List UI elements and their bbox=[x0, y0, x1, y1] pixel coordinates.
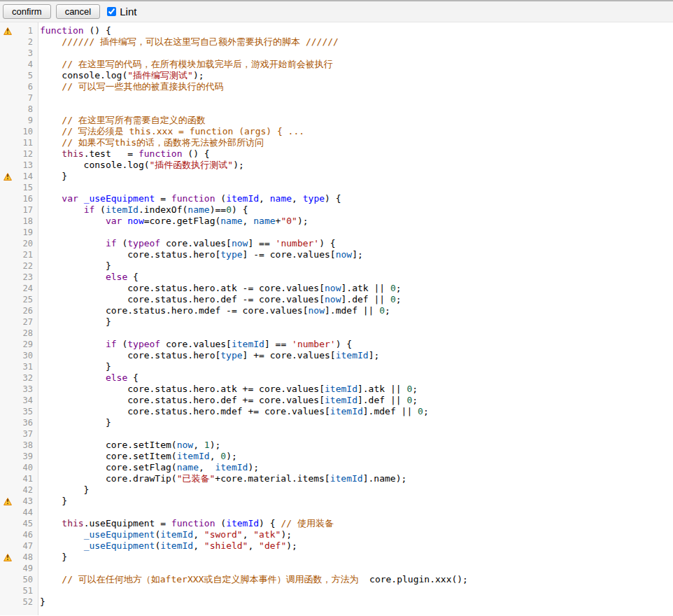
code-text: else { bbox=[38, 272, 139, 283]
warning-icon[interactable]: ! bbox=[0, 27, 15, 35]
gutter-cell: 19 bbox=[0, 227, 38, 238]
line-number: 38 bbox=[15, 440, 38, 451]
line-number: 13 bbox=[15, 160, 38, 171]
code-token: type bbox=[220, 350, 242, 360]
code-text: } bbox=[38, 260, 111, 272]
code-line[interactable]: 31 } bbox=[0, 361, 673, 372]
code-line[interactable]: 46 _useEquipment(itemId, "sword", "atk")… bbox=[0, 529, 673, 540]
code-token: { bbox=[127, 272, 139, 282]
svg-text:!: ! bbox=[6, 554, 9, 561]
code-token: function bbox=[40, 25, 84, 36]
gutter-cell: 38 bbox=[0, 440, 38, 451]
warning-icon[interactable]: ! bbox=[0, 173, 15, 181]
warning-icon[interactable]: ! bbox=[0, 498, 15, 505]
code-line[interactable]: 2 ////// 插件编写，可以在这里写自己额外需要执行的脚本 ////// bbox=[0, 36, 673, 48]
code-line[interactable]: 21 core.status.hero[type] -= core.values… bbox=[0, 249, 673, 260]
code-line[interactable]: 8 bbox=[0, 104, 673, 115]
code-token bbox=[40, 193, 62, 204]
code-line[interactable]: 49 bbox=[0, 563, 673, 574]
code-token: ); bbox=[193, 70, 204, 80]
code-line[interactable]: 28 bbox=[0, 328, 673, 339]
code-token: core.setFlag( bbox=[40, 462, 177, 472]
code-line[interactable]: 37 bbox=[0, 428, 673, 440]
warning-slot bbox=[0, 318, 15, 326]
warning-icon[interactable]: ! bbox=[0, 554, 15, 561]
code-token: "插件函数执行测试" bbox=[150, 160, 234, 170]
code-text: // 如果不写this的话，函数将无法被外部所访问 bbox=[38, 137, 264, 148]
code-line[interactable]: 11 // 如果不写this的话，函数将无法被外部所访问 bbox=[0, 137, 673, 148]
code-token: ) { bbox=[232, 204, 248, 215]
code-token: )== bbox=[210, 204, 226, 215]
lint-checkbox[interactable] bbox=[107, 7, 116, 16]
warning-slot bbox=[0, 430, 15, 438]
code-line[interactable]: 41 core.drawTip("已装备"+core.material.item… bbox=[0, 473, 673, 484]
warning-slot bbox=[0, 229, 15, 237]
code-token: this bbox=[62, 518, 83, 528]
code-line[interactable]: 12 this.test = function () { bbox=[0, 148, 673, 160]
code-token: name bbox=[270, 193, 292, 204]
warning-slot bbox=[0, 464, 15, 472]
code-line[interactable]: 19 bbox=[0, 227, 673, 238]
code-line[interactable]: 17 if (itemId.indexOf(name)==0) { bbox=[0, 204, 673, 216]
warning-slot bbox=[0, 61, 15, 69]
code-token: console.log( bbox=[40, 70, 127, 80]
code-line[interactable]: 30 core.status.hero[type] += core.values… bbox=[0, 350, 673, 361]
code-line[interactable]: 25 core.status.hero.def -= core.values[n… bbox=[0, 294, 673, 305]
line-number: 3 bbox=[15, 48, 38, 59]
code-text bbox=[38, 92, 40, 104]
line-number: 11 bbox=[15, 137, 38, 148]
code-line[interactable]: 34 core.status.hero.def += core.values[i… bbox=[0, 395, 673, 406]
code-token: function bbox=[171, 193, 215, 204]
code-line[interactable]: 45 this.useEquipment = function (itemId)… bbox=[0, 518, 673, 529]
line-number: 18 bbox=[15, 216, 38, 227]
code-line[interactable]: 44 bbox=[0, 507, 673, 518]
code-text: core.setItem(itemId, 0); bbox=[38, 451, 237, 462]
code-line[interactable]: 42 } bbox=[0, 484, 673, 496]
code-text: core.setItem(now, 1); bbox=[38, 440, 220, 451]
code-line[interactable]: 7 bbox=[0, 92, 673, 104]
code-line[interactable]: 29 if (typeof core.values[itemId] == 'nu… bbox=[0, 339, 673, 350]
code-line[interactable]: 52} bbox=[0, 596, 673, 608]
code-token: itemId bbox=[325, 384, 357, 394]
code-line[interactable]: 16 var _useEquipment = function (itemId,… bbox=[0, 193, 673, 204]
lint-toggle[interactable]: Lint bbox=[107, 6, 136, 18]
code-line[interactable]: 3 bbox=[0, 48, 673, 59]
code-token: typeof bbox=[127, 238, 160, 248]
code-line[interactable]: 20 if (typeof core.values[now] == 'numbe… bbox=[0, 238, 673, 249]
gutter-cell: 39 bbox=[0, 451, 38, 462]
code-line[interactable]: !48 } bbox=[0, 552, 673, 563]
code-token: ; bbox=[396, 294, 402, 304]
code-token: itemId bbox=[330, 406, 363, 416]
code-line[interactable]: 23 else { bbox=[0, 272, 673, 283]
code-line[interactable]: !43 } bbox=[0, 496, 673, 507]
code-line[interactable]: 51 bbox=[0, 585, 673, 596]
code-line[interactable]: 9 // 在这里写所有需要自定义的函数 bbox=[0, 115, 673, 126]
code-line[interactable]: 40 core.setFlag(name, itemId); bbox=[0, 462, 673, 473]
code-line[interactable]: 32 else { bbox=[0, 372, 673, 384]
code-text: // 可以写一些其他的被直接执行的代码 bbox=[38, 81, 224, 92]
code-line[interactable]: 15 bbox=[0, 182, 673, 193]
code-line[interactable]: 27 } bbox=[0, 316, 673, 328]
code-line[interactable]: 22 } bbox=[0, 260, 673, 272]
code-line[interactable]: 10 // 写法必须是 this.xxx = function (args) {… bbox=[0, 126, 673, 137]
code-line[interactable]: 5 console.log("插件编写测试"); bbox=[0, 70, 673, 81]
code-line[interactable]: 24 core.status.hero.atk -= core.values[n… bbox=[0, 283, 673, 294]
confirm-button[interactable]: confirm bbox=[3, 4, 51, 19]
code-line[interactable]: !14 } bbox=[0, 171, 673, 182]
warning-slot bbox=[0, 330, 15, 337]
code-line[interactable]: 39 core.setItem(itemId, 0); bbox=[0, 451, 673, 462]
code-line[interactable]: !1function () { bbox=[0, 25, 673, 36]
code-token: core.drawTip( bbox=[40, 473, 177, 484]
code-line[interactable]: 26 core.status.hero.mdef -= core.values[… bbox=[0, 305, 673, 316]
code-line[interactable]: 33 core.status.hero.atk += core.values[i… bbox=[0, 384, 673, 395]
code-line[interactable]: 38 core.setItem(now, 1); bbox=[0, 440, 673, 451]
code-line[interactable]: 4 // 在这里写的代码，在所有模块加载完毕后，游戏开始前会被执行 bbox=[0, 59, 673, 70]
code-line[interactable]: 36 } bbox=[0, 417, 673, 428]
code-line[interactable]: 50 // 可以在任何地方（如afterXXX或自定义脚本事件）调用函数，方法为… bbox=[0, 574, 673, 585]
code-line[interactable]: 47 _useEquipment(itemId, "shield", "def"… bbox=[0, 540, 673, 552]
code-line[interactable]: 6 // 可以写一些其他的被直接执行的代码 bbox=[0, 81, 673, 92]
code-line[interactable]: 13 console.log("插件函数执行测试"); bbox=[0, 160, 673, 171]
code-line[interactable]: 35 core.status.hero.mdef += core.values[… bbox=[0, 406, 673, 417]
cancel-button[interactable]: cancel bbox=[56, 4, 101, 19]
code-line[interactable]: 18 var now=core.getFlag(name, name+"0"); bbox=[0, 216, 673, 227]
